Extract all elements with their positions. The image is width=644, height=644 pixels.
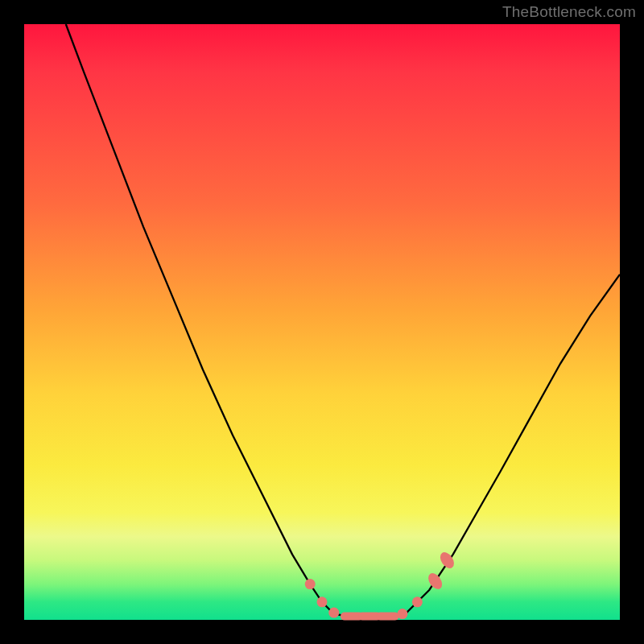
curve-marker [376,613,398,621]
curve-marker [397,609,407,619]
curve-marker [328,608,339,618]
curve-marker [426,571,445,592]
watermark-text: TheBottleneck.com [502,3,636,21]
chart-frame: TheBottleneck.com [0,0,644,644]
bottleneck-curve [66,24,620,617]
curve-marker [317,597,328,607]
curve-marker [305,579,316,589]
curve-markers [305,550,457,621]
curve-layer [24,24,620,620]
curve-marker [412,597,423,607]
